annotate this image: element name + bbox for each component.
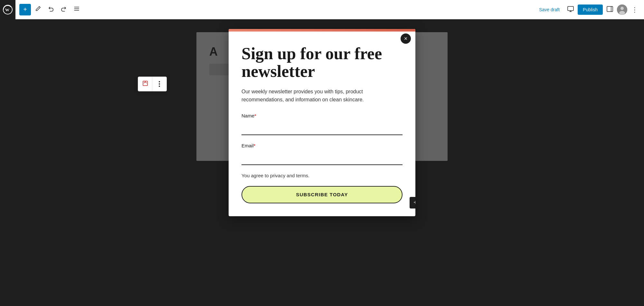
svg-rect-5 [568, 6, 573, 11]
kebab-icon: ⋮ [631, 6, 638, 14]
privacy-text: You agree to privacy and terms. [242, 173, 402, 178]
email-field-group: Email* [242, 143, 402, 173]
top-toolbar: W + [0, 0, 644, 19]
redo-icon [61, 6, 67, 13]
email-required-star: * [254, 143, 256, 148]
add-block-button[interactable]: + [19, 4, 31, 15]
name-field-group: Name* [242, 113, 402, 143]
preview-button[interactable] [565, 4, 576, 15]
modal-body: Sign up for our free newsletter Our week… [229, 32, 415, 216]
redo-button[interactable] [58, 4, 70, 15]
close-icon: × [404, 36, 408, 42]
svg-point-11 [620, 7, 624, 10]
monitor-icon [567, 6, 574, 13]
email-input[interactable] [242, 151, 402, 165]
pen-tool-button[interactable] [32, 4, 44, 15]
modal-title: Sign up for our free newsletter [242, 45, 402, 80]
newsletter-modal: × Sign up for our free newsletter Our we… [229, 29, 415, 216]
more-options-button[interactable]: ⋮ [629, 4, 640, 15]
plus-icon: + [413, 199, 415, 206]
list-icon [74, 6, 80, 13]
email-label: Email* [242, 143, 402, 148]
svg-text:W: W [5, 7, 9, 12]
publish-button[interactable]: Publish [578, 5, 603, 15]
sidebar-toggle-button[interactable] [604, 4, 616, 15]
name-required-star: * [254, 113, 256, 118]
document-overview-button[interactable] [71, 4, 82, 15]
modal-description: Our weekly newsletter provides you with … [242, 88, 402, 104]
modal-add-button[interactable]: + [410, 197, 415, 209]
svg-rect-8 [607, 6, 613, 12]
modal-overlay: × Sign up for our free newsletter Our we… [0, 19, 644, 306]
name-input[interactable] [242, 121, 402, 135]
plus-icon: + [23, 6, 27, 13]
save-draft-button[interactable]: Save draft [535, 5, 564, 15]
modal-header-bar [229, 29, 415, 32]
subscribe-button[interactable]: SUBSCRIBE TODAY [242, 186, 402, 203]
undo-button[interactable] [45, 4, 57, 15]
svg-point-12 [619, 11, 625, 15]
name-label: Name* [242, 113, 402, 118]
modal-close-button[interactable]: × [401, 33, 411, 44]
wordpress-logo[interactable]: W [0, 0, 15, 19]
sidebar-icon [607, 6, 613, 13]
user-avatar[interactable] [617, 5, 627, 15]
pen-icon [35, 6, 41, 13]
undo-icon [48, 6, 54, 13]
main-content: A [0, 19, 644, 306]
